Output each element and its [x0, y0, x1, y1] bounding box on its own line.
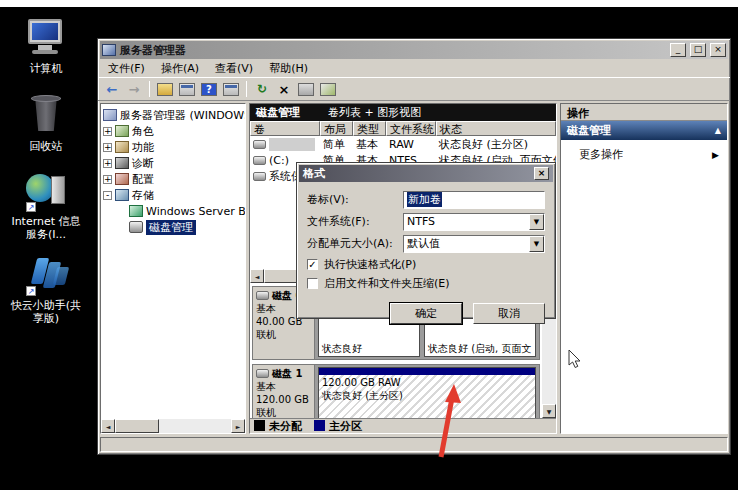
desktop-icon-iis[interactable]: ↗ Internet 信息服务(I... [6, 170, 86, 241]
desktop-icon-label: 回收站 [6, 140, 86, 153]
tree-item-roles[interactable]: + 角色 [103, 123, 245, 139]
tree-item-configuration[interactable]: + 配置 [103, 171, 245, 187]
chevron-down-icon[interactable]: ▼ [529, 236, 544, 252]
column-type[interactable]: 类型 [353, 121, 386, 136]
console-window2-icon[interactable] [221, 80, 241, 98]
actions-section-disk-management[interactable]: 磁盘管理 ▲ [561, 121, 727, 140]
checkbox-checked-icon[interactable]: ✓ [307, 259, 318, 270]
volume-icon [253, 172, 266, 181]
status-bar [100, 437, 728, 452]
column-volume[interactable]: 卷 [250, 121, 320, 136]
window-title: 服务器管理器 [120, 43, 666, 58]
unallocated-swatch [254, 420, 265, 431]
scroll-down-icon[interactable]: ▼ [542, 404, 556, 418]
volume-icon [253, 140, 266, 149]
menu-action[interactable]: 操作(A) [155, 59, 209, 78]
desktop-icon-computer[interactable]: 计算机 [6, 17, 86, 75]
back-icon[interactable]: ← [102, 80, 122, 98]
properties-icon[interactable] [296, 80, 316, 98]
desktop-icon-label: Internet 信息服务(I... [6, 215, 86, 241]
chevron-down-icon[interactable]: ▼ [529, 214, 544, 230]
primary-partition-bar [319, 368, 535, 375]
desktop-icon-kuaiyun[interactable]: ↗ 快云小助手(共享版) [6, 254, 86, 325]
delete-icon[interactable]: × [274, 80, 294, 98]
file-system-select[interactable]: NTFS ▼ [403, 213, 545, 231]
disk-1-partition-raw[interactable]: 120.00 GB RAW 状态良好 (主分区) [318, 367, 536, 418]
iis-icon: ↗ [24, 170, 68, 212]
toolbar-separator [149, 81, 150, 97]
dialog-title-bar[interactable]: 格式 × [299, 165, 553, 182]
kuaiyun-icon: ↗ [24, 254, 68, 296]
help-icon[interactable]: ? [199, 80, 219, 98]
disk-icon [129, 221, 143, 233]
cancel-button[interactable]: 取消 [473, 303, 545, 324]
collapse-icon[interactable]: - [103, 191, 112, 200]
storage-icon [115, 189, 129, 201]
features-icon [115, 141, 129, 153]
disk-management-header: 磁盘管理 卷列表 + 图形视图 [250, 104, 556, 121]
actions-header: 操作 [561, 104, 727, 121]
disk-drive-icon [256, 291, 269, 300]
tree-item-features[interactable]: + 功能 [103, 139, 245, 155]
toolbar: ← → ? ↻ × [98, 78, 730, 101]
pane-view-mode: 卷列表 + 图形视图 [328, 105, 421, 120]
tree-item-diagnostics[interactable]: + 诊断 [103, 155, 245, 171]
title-bar[interactable]: 服务器管理器 _ □ × [100, 41, 728, 59]
pane-title: 磁盘管理 [256, 105, 300, 120]
allocation-unit-label: 分配单元大小(A): [307, 236, 403, 251]
menu-view[interactable]: 查看(V) [209, 59, 263, 78]
help-topics-icon[interactable] [318, 80, 338, 98]
scrollbar-thumb[interactable] [115, 419, 159, 433]
volume-row-new[interactable]: 简单 基本 RAW 状态良好 (主分区) [250, 136, 556, 152]
scroll-left-icon[interactable]: ◄ [101, 419, 115, 433]
tree-item-windows-server-backup[interactable]: Windows Server Backup [129, 203, 245, 219]
more-actions-item[interactable]: 更多操作 ▶ [561, 140, 727, 162]
expand-icon[interactable]: + [103, 159, 112, 168]
expand-icon[interactable]: + [103, 143, 112, 152]
volume-label-label: 卷标(V): [307, 192, 403, 207]
ok-button[interactable]: 确定 [390, 303, 462, 324]
tree-horizontal-scrollbar[interactable]: ◄ ► [101, 419, 245, 433]
partition-legend: 未分配 主分区 [250, 418, 556, 433]
tree-item-storage[interactable]: - 存储 [103, 187, 245, 203]
tree-root-server-manager[interactable]: 服务器管理器 (WINDOWS-U51F31 [103, 107, 245, 123]
screen: 计算机 回收站 ↗ Internet 信息服务(I... ↗ 快云小助手(共享版… [0, 0, 751, 499]
checkbox-unchecked-icon[interactable] [307, 278, 318, 289]
desktop-icon-label: 快云小助手(共享版) [6, 299, 86, 325]
close-button[interactable]: × [710, 43, 726, 57]
minimize-button[interactable]: _ [670, 43, 686, 57]
column-filesystem[interactable]: 文件系统 [386, 121, 436, 136]
disk-1-label[interactable]: 磁盘 1 基本 120.00 GB 联机 [253, 365, 315, 418]
column-layout[interactable]: 布局 [320, 121, 353, 136]
menu-help[interactable]: 帮助(H) [263, 59, 318, 78]
console-tree-pane: 服务器管理器 (WINDOWS-U51F31 + 角色 + 功能 + [100, 103, 246, 434]
console-window-icon[interactable] [177, 80, 197, 98]
actions-pane: 操作 磁盘管理 ▲ 更多操作 ▶ [560, 103, 728, 434]
app-icon [102, 44, 116, 56]
expand-icon[interactable]: + [103, 175, 112, 184]
refresh-icon[interactable]: ↻ [252, 80, 272, 98]
volume-label-input[interactable]: 新加卷 [403, 191, 545, 209]
quick-format-checkbox-row[interactable]: ✓ 执行快速格式化(P) [307, 256, 545, 272]
forward-icon[interactable]: → [124, 80, 144, 98]
column-status[interactable]: 状态 [436, 121, 556, 136]
compression-checkbox-row[interactable]: 启用文件和文件夹压缩(E) [307, 275, 545, 291]
desktop-icon-recycle-bin[interactable]: 回收站 [6, 95, 86, 153]
volume-table-header: 卷 布局 类型 文件系统 状态 [250, 121, 556, 136]
maximize-button[interactable]: □ [690, 43, 706, 57]
dialog-close-icon[interactable]: × [534, 167, 549, 180]
backup-icon [129, 205, 143, 217]
tree-item-disk-management[interactable]: 磁盘管理 [129, 219, 245, 235]
show-console-tree-icon[interactable] [155, 80, 175, 98]
expand-icon[interactable]: + [103, 127, 112, 136]
scroll-left-icon[interactable]: ◄ [250, 269, 264, 283]
console-tree: 服务器管理器 (WINDOWS-U51F31 + 角色 + 功能 + [101, 104, 245, 419]
file-system-label: 文件系统(F): [307, 214, 403, 229]
collapse-icon[interactable]: ▲ [715, 126, 721, 135]
primary-partition-swatch [314, 420, 325, 431]
configuration-icon [115, 173, 129, 185]
menu-file[interactable]: 文件(F) [102, 59, 155, 78]
scroll-right-icon[interactable]: ► [231, 419, 245, 433]
allocation-unit-select[interactable]: 默认值 ▼ [403, 235, 545, 253]
dialog-title: 格式 [303, 166, 325, 181]
